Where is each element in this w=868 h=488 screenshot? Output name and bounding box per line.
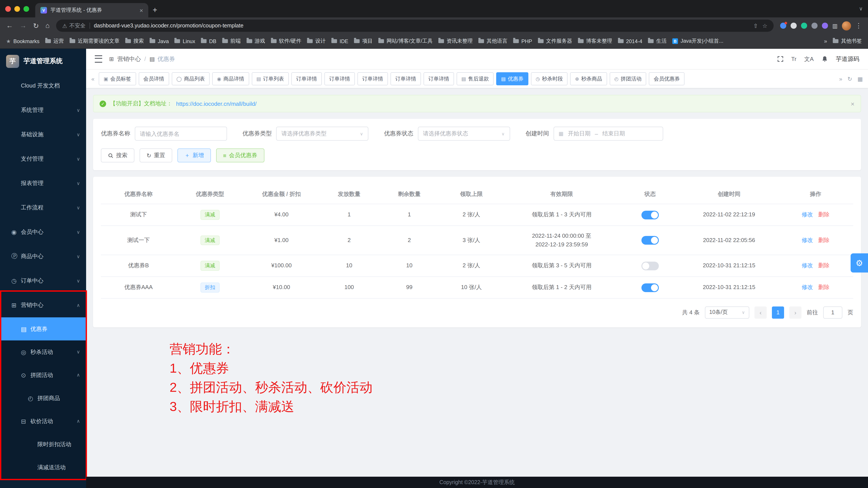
sidebar-menu-item[interactable]: Ⓟ 商品中心 [0, 244, 86, 268]
tag-tab[interactable]: ◴ 拼团活动 [610, 72, 646, 85]
bookmark-item[interactable]: PHP [513, 38, 532, 44]
bookmark-item[interactable]: 博客未整理 [578, 37, 612, 45]
font-size-icon[interactable]: Tr [791, 56, 797, 62]
tag-tab[interactable]: ⊕ 秒杀商品 [570, 72, 607, 85]
tag-tab[interactable]: ▣ 会员标签 [99, 72, 136, 85]
page-size-select[interactable]: 10条/页 ∨ [705, 306, 749, 318]
delete-link[interactable]: 删除 [818, 262, 830, 269]
bookmark-item[interactable]: 前端 [222, 37, 241, 45]
sidebar-menu-item[interactable]: 工作流程 [0, 196, 86, 220]
bookmark-item[interactable]: 资讯未整理 [438, 37, 473, 45]
edit-link[interactable]: 修改 [802, 237, 813, 243]
delete-link[interactable]: 删除 [818, 237, 830, 243]
bookmark-item[interactable]: 文件服务器 [538, 37, 572, 45]
coupon-status-select[interactable]: 请选择优惠券状态 ∨ [418, 127, 510, 141]
alert-doc-link[interactable]: https://doc.iocoder.cn/mall/build/ [176, 101, 256, 107]
prev-page-button[interactable]: ‹ [754, 306, 767, 318]
tag-tab[interactable]: ▤ 优惠券 [496, 72, 528, 85]
edit-link[interactable]: 修改 [802, 211, 813, 218]
extension-icon[interactable] [790, 23, 797, 29]
edit-link[interactable]: 修改 [802, 262, 813, 269]
sidebar-menu-item[interactable]: ▤ 优惠券 [0, 317, 86, 340]
sidebar-menu-item[interactable]: ◎ 秒杀活动 [0, 340, 86, 364]
bookmark-item[interactable]: 游戏 [246, 37, 265, 45]
close-window-button[interactable] [5, 6, 11, 11]
delete-link[interactable]: 删除 [818, 211, 830, 218]
sidebar-menu-item[interactable]: 满减送活动 [0, 456, 86, 479]
tag-tab[interactable]: 订单详情 [291, 72, 322, 85]
bookmark-item[interactable]: 2014-4 [618, 38, 642, 44]
sidebar-menu-item[interactable]: ◴ 拼团商品 [0, 386, 86, 410]
bookmark-item[interactable]: Java开发|小组首... [672, 37, 723, 45]
sidebar-menu-item[interactable]: ◉ 会员中心 [0, 220, 86, 244]
next-page-button[interactable]: › [789, 306, 802, 318]
other-bookmarks[interactable]: 其他书签 [833, 37, 862, 45]
delete-link[interactable]: 删除 [818, 284, 830, 290]
sidebar-menu-item[interactable]: 报表管理 [0, 171, 86, 196]
bookmark-item[interactable]: 设计 [307, 37, 326, 45]
extension-icon[interactable] [822, 23, 828, 29]
browser-menu-icon[interactable]: ⋮ [856, 22, 862, 30]
tag-tab[interactable]: ▤ 售后退款 [457, 72, 494, 85]
bookmark-item[interactable]: 软件/硬件 [271, 37, 301, 45]
alert-close-icon[interactable]: × [850, 100, 855, 107]
bookmark-item[interactable]: 搜索 [125, 37, 144, 45]
browser-tab[interactable]: V 芋道管理系统 - 优惠券 × [35, 3, 148, 18]
sidebar-menu-item[interactable]: 限时折扣活动 [0, 433, 86, 456]
coupon-type-select[interactable]: 请选择优惠券类型 ∨ [276, 127, 368, 141]
goto-page-input[interactable] [823, 306, 842, 318]
tag-tab[interactable]: 订单详情 [391, 72, 421, 85]
language-icon[interactable]: 文A [804, 55, 814, 63]
sidebar-menu-item[interactable]: 支付管理 [0, 147, 86, 171]
bookmark-item[interactable]: 近期需要读的文章 [69, 37, 120, 45]
reset-button[interactable]: ↻ 重置 [140, 148, 172, 162]
app-logo[interactable]: 芋 芋道管理系统 [0, 49, 86, 74]
tag-tab[interactable]: 会员详情 [138, 72, 169, 85]
sidebar-menu-item[interactable]: ⊙ 拼团活动 [0, 364, 86, 386]
search-button[interactable]: 搜索 [101, 148, 134, 162]
user-name[interactable]: 芋道源码 [836, 55, 859, 63]
extension-icon[interactable] [801, 23, 807, 29]
date-range-picker[interactable]: ▦ 开始日期 – 结束日期 [553, 127, 663, 141]
bookmark-item[interactable]: 其他语言 [478, 37, 507, 45]
address-bar[interactable]: ⚠ 不安全 dashboard-vue3.yudao.iocoder.cn/pr… [56, 20, 773, 32]
tag-tab[interactable]: 订单详情 [424, 72, 454, 85]
tags-scroll-left-icon[interactable]: « [90, 76, 95, 82]
sidebar-menu-item[interactable]: ⊞ 营销中心 [0, 293, 86, 317]
sidebar-menu-item[interactable]: ◷ 订单中心 [0, 268, 86, 293]
status-toggle[interactable] [642, 210, 659, 219]
status-toggle[interactable] [642, 236, 659, 245]
status-toggle[interactable] [642, 283, 659, 292]
bookmark-item[interactable]: 生活 [648, 37, 666, 45]
bookmark-star-icon[interactable]: ☆ [762, 22, 767, 29]
home-button[interactable]: ⌂ [45, 22, 50, 30]
tag-tab[interactable]: ◷ 秒杀时段 [531, 72, 568, 85]
bookmark-item[interactable]: IDE [331, 38, 348, 44]
new-tab-button[interactable]: + [153, 6, 157, 15]
breadcrumb-parent[interactable]: 营销中心 [117, 55, 141, 63]
share-icon[interactable]: ⇧ [753, 22, 758, 29]
edit-link[interactable]: 修改 [802, 284, 813, 290]
bookmarks-overflow-chevron-icon[interactable]: » [824, 38, 827, 45]
collapse-menu-icon[interactable] [95, 55, 102, 63]
tag-tab[interactable]: 订单详情 [358, 72, 388, 85]
coupon-name-input[interactable] [134, 127, 227, 141]
bookmark-item[interactable]: Bookmarks [6, 38, 39, 44]
zoom-window-button[interactable] [24, 6, 29, 11]
current-page-button[interactable]: 1 [772, 306, 784, 318]
bookmark-item[interactable]: Java [150, 38, 169, 44]
tag-tab[interactable]: ▤ 订单列表 [252, 72, 289, 85]
tag-tab[interactable]: ◉ 商品详情 [212, 72, 249, 85]
tags-scroll-right-icon[interactable]: » [838, 76, 843, 82]
tab-close-icon[interactable]: × [140, 7, 143, 14]
sidebar-menu-item[interactable]: 基础设施 [0, 122, 86, 147]
tag-tab[interactable]: 订单详情 [324, 72, 355, 85]
profile-avatar[interactable] [842, 21, 851, 30]
bookmark-item[interactable]: 运营 [45, 37, 64, 45]
sidebar-menu-item[interactable]: ⊟ 砍价活动 [0, 410, 86, 433]
tab-search-caret-icon[interactable]: ∨ [859, 6, 863, 12]
extension-icon[interactable] [780, 23, 786, 29]
bookmark-item[interactable]: 网站/博客/文章/工具 [378, 37, 433, 45]
status-toggle[interactable] [642, 262, 659, 270]
settings-fab[interactable]: ⚙ [850, 253, 868, 272]
